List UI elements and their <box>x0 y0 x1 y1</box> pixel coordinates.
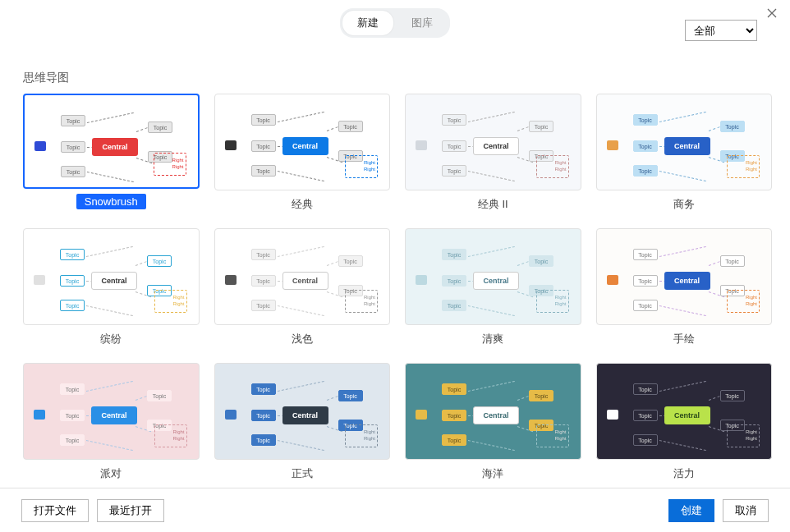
mindmap-preview: TopicTopicTopicTopicTopic Central RightR… <box>597 364 772 459</box>
template-card-4[interactable]: TopicTopicTopicTopicTopic Central RightR… <box>23 228 200 350</box>
connector <box>468 381 515 392</box>
topic-node: Topic <box>61 166 85 177</box>
connector <box>468 171 515 181</box>
create-button[interactable]: 创建 <box>668 499 714 522</box>
template-label: 缤纷 <box>23 332 200 346</box>
template-label: 浅色 <box>214 332 391 346</box>
topic-node: Topic <box>633 300 658 311</box>
central-node: Central <box>664 272 710 290</box>
template-thumbnail: TopicTopicTopicTopicTopic Central RightR… <box>214 94 391 190</box>
topic-node: Topic <box>633 165 658 177</box>
mindmap-preview: TopicTopicTopicTopicTopic Central RightR… <box>406 229 581 324</box>
subtopic-group: RightRight <box>536 290 569 313</box>
topic-node: Topic <box>529 390 553 401</box>
topic-node: Topic <box>251 114 276 126</box>
mindmap-preview: TopicTopicTopicTopicTopic Central RightR… <box>215 229 390 324</box>
template-label: 经典 <box>214 197 391 212</box>
template-thumbnail: TopicTopicTopicTopicTopic Central RightR… <box>405 94 581 190</box>
connector <box>87 112 134 123</box>
template-card-1[interactable]: TopicTopicTopicTopicTopic Central RightR… <box>214 94 391 215</box>
template-card-2[interactable]: TopicTopicTopicTopicTopic Central RightR… <box>405 94 581 215</box>
topic-node: Topic <box>251 140 276 152</box>
topic-node: Topic <box>251 383 276 395</box>
sibling-marker <box>225 275 237 285</box>
topic-node: Topic <box>442 140 466 152</box>
mindmap-preview: TopicTopicTopicTopicTopic Central RightR… <box>406 364 581 459</box>
template-label: 派对 <box>23 466 200 481</box>
central-node: Central <box>92 138 138 156</box>
template-label: 商务 <box>596 197 773 212</box>
category-filter[interactable]: 全部 <box>685 20 757 41</box>
template-card-3[interactable]: TopicTopicTopicTopicTopic Central RightR… <box>596 94 773 215</box>
close-icon <box>767 8 777 18</box>
template-thumbnail: TopicTopicTopicTopicTopic Central RightR… <box>23 363 200 460</box>
sibling-marker <box>225 140 237 150</box>
mindmap-preview: TopicTopicTopicTopicTopic Central RightR… <box>24 364 199 459</box>
tabs: 新建 图库 <box>340 8 450 38</box>
connector <box>659 246 705 257</box>
topic-node: Topic <box>442 165 466 177</box>
template-label: Snowbrush <box>23 195 200 208</box>
sibling-marker <box>34 410 45 420</box>
topic-node: Topic <box>251 275 276 287</box>
category-select[interactable]: 全部 <box>685 20 757 41</box>
sibling-marker <box>607 275 618 285</box>
subtopic-group: RightRight <box>345 155 378 178</box>
mindmap-preview: TopicTopicTopicTopicTopic Central RightR… <box>215 94 390 190</box>
sibling-marker <box>607 410 618 420</box>
template-label: 手绘 <box>596 332 773 346</box>
topic-node: Topic <box>60 410 85 421</box>
subtopic-group: RightRight <box>727 290 760 313</box>
open-file-button[interactable]: 打开文件 <box>21 499 89 522</box>
template-card-10[interactable]: TopicTopicTopicTopicTopic Central RightR… <box>405 363 581 484</box>
topic-node: Topic <box>529 121 553 132</box>
cancel-button[interactable]: 取消 <box>723 499 769 522</box>
central-node: Central <box>664 137 710 155</box>
topic-node: Topic <box>633 410 658 421</box>
topic-node: Topic <box>529 255 553 267</box>
template-card-7[interactable]: TopicTopicTopicTopicTopic Central RightR… <box>596 228 773 350</box>
topbar: 新建 图库 全部 <box>0 0 790 46</box>
topic-node: Topic <box>60 383 85 395</box>
template-label: 经典 II <box>405 197 581 212</box>
template-card-6[interactable]: TopicTopicTopicTopicTopic Central RightR… <box>405 228 581 350</box>
tab-gallery[interactable]: 图库 <box>397 11 448 35</box>
subtopic-group: RightRight <box>345 290 378 313</box>
template-thumbnail: TopicTopicTopicTopicTopic Central RightR… <box>214 228 391 325</box>
subtopic-group: RightRight <box>536 155 569 178</box>
mindmap-preview: TopicTopicTopicTopicTopic Central RightR… <box>597 229 772 324</box>
connector <box>659 305 705 316</box>
topic-node: Topic <box>251 249 276 260</box>
topic-node: Topic <box>251 410 276 421</box>
template-thumbnail: TopicTopicTopicTopicTopic Central RightR… <box>23 94 200 189</box>
recent-button[interactable]: 最近打开 <box>97 499 164 522</box>
topic-node: Topic <box>442 300 466 311</box>
section-title: 思维导图 <box>23 71 772 85</box>
template-card-11[interactable]: TopicTopicTopicTopicTopic Central RightR… <box>596 363 773 484</box>
sibling-marker <box>416 410 427 420</box>
template-card-8[interactable]: TopicTopicTopicTopicTopic Central RightR… <box>23 363 200 484</box>
connector <box>659 112 705 122</box>
bottombar: 打开文件 最近打开 创建 取消 <box>0 488 790 532</box>
template-card-5[interactable]: TopicTopicTopicTopicTopic Central RightR… <box>214 228 391 350</box>
close-button[interactable] <box>760 3 783 23</box>
connector <box>86 246 133 257</box>
topic-node: Topic <box>442 114 466 126</box>
topic-node: Topic <box>60 249 85 260</box>
subtopic-group: RightRight <box>536 424 569 447</box>
template-card-9[interactable]: TopicTopicTopicTopicTopic Central RightR… <box>214 363 391 484</box>
connector <box>86 381 133 392</box>
connector <box>86 305 133 316</box>
subtopic-group: RightRight <box>154 424 187 447</box>
sibling-marker <box>607 140 618 150</box>
connector <box>277 112 324 122</box>
tab-new[interactable]: 新建 <box>342 11 393 35</box>
central-node: Central <box>473 272 519 290</box>
topic-node: Topic <box>148 122 172 133</box>
connector <box>659 440 705 451</box>
topic-node: Topic <box>60 275 85 287</box>
template-card-0[interactable]: TopicTopicTopicTopicTopic Central RightR… <box>23 94 200 215</box>
sibling-marker <box>225 410 237 420</box>
topic-node: Topic <box>442 410 466 421</box>
topic-node: Topic <box>147 255 172 267</box>
